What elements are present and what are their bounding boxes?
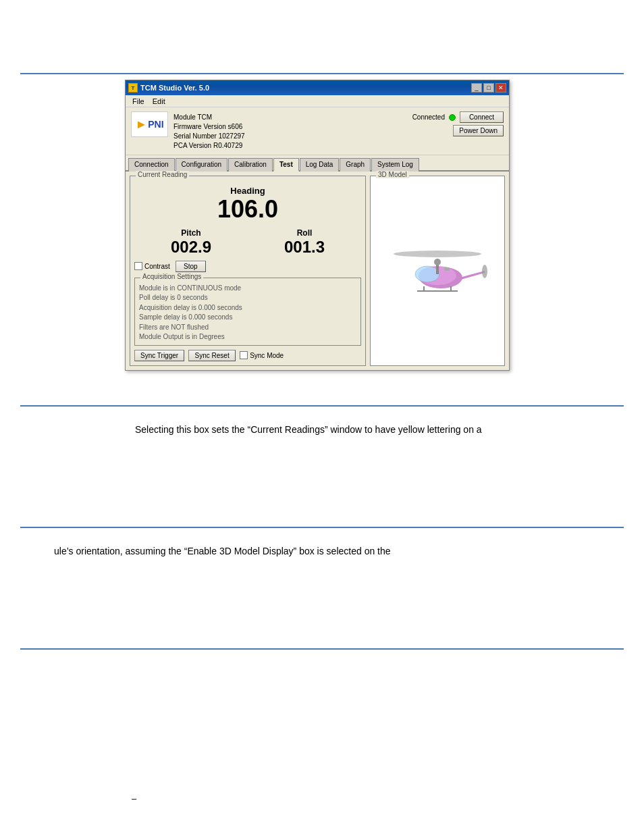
heading-section: Heading 106.0 [134,180,361,226]
app-header: ► PNI Module TCM Firmware Version s606 S… [126,107,509,155]
app-title: TCM Studio Ver. 5.0 [140,84,209,92]
module-info: Module TCM [173,113,245,122]
roll-item: Roll 001.3 [284,228,325,257]
heading-label: Heading [134,186,361,196]
contrast-stop-row: Contrast Stop [134,261,361,272]
pni-logo-inner: ► PNI [135,118,163,130]
mid-horizontal-rule-2 [20,527,624,528]
title-bar: T TCM Studio Ver. 5.0 _ □ ✕ [126,80,509,95]
minimize-button[interactable]: _ [471,83,482,93]
mid-horizontal-rule-1 [20,405,624,407]
acquisition-settings-panel: Acquisition Settings Module is in CONTIN… [134,278,361,346]
serial-info: Serial Number 1027297 [173,132,245,141]
svg-point-0 [394,251,481,257]
top-horizontal-rule [20,73,624,74]
pni-arrow-icon: ► [135,118,147,130]
tab-system-log[interactable]: System Log [371,158,419,172]
pitch-label: Pitch [171,228,211,238]
close-button[interactable]: ✕ [495,83,506,93]
helicopter-display [371,176,504,365]
acq-settings-title: Acquisition Settings [140,273,203,280]
content-split: Current Reading Heading 106.0 Pitch 002.… [130,176,505,366]
maximize-button[interactable]: □ [483,83,494,93]
contrast-checkbox-label[interactable]: Contrast [134,262,170,270]
pni-logo: ► PNI [131,111,168,137]
title-bar-buttons: _ □ ✕ [471,83,506,93]
tab-connection[interactable]: Connection [128,158,175,172]
tab-configuration[interactable]: Configuration [176,158,227,172]
contrast-checkbox[interactable] [134,262,142,270]
tab-content: Current Reading Heading 106.0 Pitch 002.… [126,172,509,370]
heading-value: 106.0 [134,196,361,223]
current-reading-panel: Current Reading Heading 106.0 Pitch 002.… [130,176,366,366]
body-text-section-2: ule’s orientation, assuming the “Enable … [54,544,624,558]
current-reading-title: Current Reading [136,171,189,178]
acq-line-4: Sample delay is 0.000 seconds [139,313,356,323]
body-text-section-1: Selecting this box sets the “Current Rea… [135,422,624,437]
connected-indicator [449,114,456,121]
pitch-roll-row: Pitch 002.9 Roll 001.3 [134,228,361,257]
tab-calibration[interactable]: Calibration [228,158,273,172]
model-panel-title: 3D Model [376,171,409,178]
sync-reset-button[interactable]: Sync Reset [188,350,236,361]
sync-mode-text: Sync Mode [250,352,284,359]
power-down-button[interactable]: Power Down [453,125,504,136]
stop-button[interactable]: Stop [176,261,206,272]
svg-point-4 [482,265,487,278]
pitch-item: Pitch 002.9 [171,228,211,257]
helicopter-svg [380,234,495,308]
menu-edit[interactable]: Edit [149,96,169,107]
mid-horizontal-rule-3 [20,648,624,650]
app-icon: T [128,83,138,93]
tab-log-data[interactable]: Log Data [300,158,340,172]
tab-graph[interactable]: Graph [340,158,371,172]
acq-line-5: Filters are NOT flushed [139,323,356,333]
tabs-bar: Connection Configuration Calibration Tes… [126,157,509,172]
menu-file[interactable]: File [128,96,149,107]
roll-value: 001.3 [284,238,325,257]
svg-point-9 [434,259,441,265]
acq-line-1: Module is in CONTINUOUS mode [139,284,356,294]
title-bar-left: T TCM Studio Ver. 5.0 [128,83,209,93]
header-info: Module TCM Firmware Version s606 Serial … [173,113,245,151]
model-panel: 3D Model [370,176,505,366]
connect-button[interactable]: Connect [460,111,504,123]
header-left: ► PNI Module TCM Firmware Version s606 S… [131,111,245,151]
firmware-info: Firmware Version s606 [173,122,245,132]
header-right: Connected Connect Power Down [412,111,504,136]
body-text-2: ule’s orientation, assuming the “Enable … [54,546,391,556]
roll-label: Roll [284,228,325,238]
bottom-buttons: Sync Trigger Sync Reset Sync Mode [134,350,361,361]
tab-test[interactable]: Test [273,158,299,172]
pitch-value: 002.9 [171,238,211,257]
application-window: T TCM Studio Ver. 5.0 _ □ ✕ File Edit ► … [125,80,510,371]
svg-point-3 [415,266,439,282]
body-text-1: Selecting this box sets the “Current Rea… [135,424,482,435]
acq-line-6: Module Output is in Degrees [139,332,356,342]
sync-trigger-button[interactable]: Sync Trigger [134,350,184,361]
pca-info: PCA Version R0.40729 [173,141,245,151]
contrast-label-text: Contrast [144,263,170,270]
dash-item: – [132,793,136,804]
sync-mode-checkbox[interactable] [240,351,248,359]
acq-line-2: Poll delay is 0 seconds [139,293,356,303]
sync-mode-label[interactable]: Sync Mode [240,351,284,359]
menu-bar: File Edit [126,95,509,107]
pni-text: PNI [148,119,163,130]
connected-row: Connected Connect [412,111,504,123]
connected-label: Connected [412,113,445,121]
acq-line-3: Acquisition delay is 0.000 seconds [139,303,356,313]
svg-rect-10 [444,267,450,271]
